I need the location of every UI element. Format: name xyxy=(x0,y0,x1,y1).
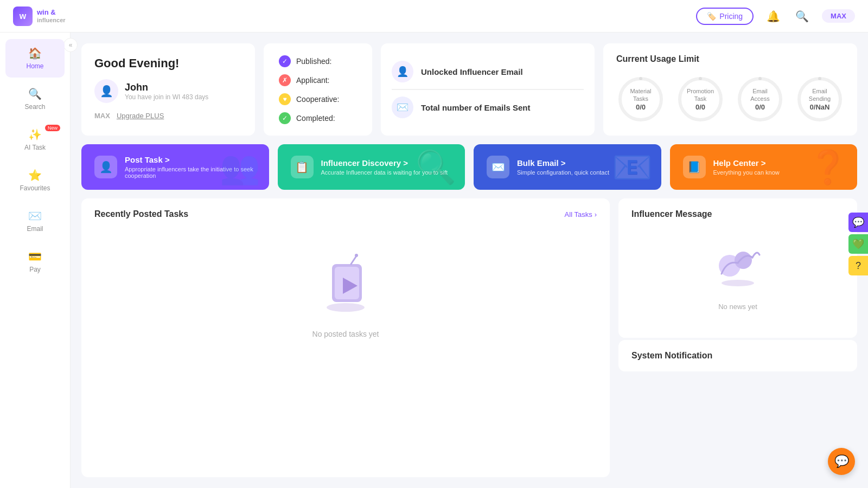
email-stats-card: 👤 Unlocked Influencer Email ✉️ Total num… xyxy=(381,43,595,136)
main-content: Good Evening! 👤 John You have join in WI… xyxy=(71,33,868,488)
logo[interactable]: w win & influencer xyxy=(13,7,66,26)
email-sending-circle: EmailSending 0/NaN xyxy=(795,75,844,124)
sidebar-item-pay[interactable]: 💳 Pay xyxy=(5,242,65,281)
search-nav-button[interactable]: 🔍 xyxy=(793,8,811,25)
mail-icon: ✉️ xyxy=(392,97,413,118)
no-news-area: No news yet xyxy=(631,228,844,327)
bulk-email-sub: Simple configuration, quick contact xyxy=(517,169,609,176)
help-center-sub: Everything you can know xyxy=(713,169,780,176)
bottom-row: Recently Posted Tasks All Tasks › xyxy=(81,198,857,477)
welcome-card: Good Evening! 👤 John You have join in WI… xyxy=(81,43,255,136)
applicant-stat: ✗ Applicant: xyxy=(279,74,357,86)
sidebar-item-label-ai: AI Task xyxy=(24,144,46,151)
empty-tasks: No posted tasks yet xyxy=(94,228,597,363)
tasks-title: Recently Posted Tasks xyxy=(94,209,188,219)
nav-right: 🏷️ Pricing 🔔 🔍 MAX xyxy=(696,8,855,25)
completed-dot: ✓ xyxy=(279,112,291,124)
logo-line1: win & xyxy=(37,8,66,17)
new-badge: New xyxy=(45,125,60,131)
action-row: 👤 Post Task > Appropriate influencers ta… xyxy=(81,144,857,190)
published-dot: ✓ xyxy=(279,55,291,67)
promotion-task-circle: PromotionTask 0/0 xyxy=(676,75,725,124)
notification-button[interactable]: 🔔 xyxy=(764,8,782,25)
emails-sent-label: Total number of Emails Sent xyxy=(421,103,530,112)
cooperative-stat: ♥ Cooperative: xyxy=(279,93,357,105)
notif-title: System Notification xyxy=(631,351,844,361)
promotion-task-label: PromotionTask xyxy=(687,87,714,103)
applicant-dot: ✗ xyxy=(279,74,291,86)
system-notification-card: System Notification xyxy=(618,340,857,371)
usage-limit-card: Current Usage Limit MaterialTasks 0/0 xyxy=(603,43,857,136)
favourites-icon: ⭐ xyxy=(28,169,42,182)
empty-tasks-text: No posted tasks yet xyxy=(312,330,379,338)
chat-button[interactable]: 💬 xyxy=(828,448,855,475)
user-days: You have join in WI 483 days xyxy=(125,93,208,101)
usage-title: Current Usage Limit xyxy=(616,54,844,64)
post-task-card[interactable]: 👤 Post Task > Appropriate influencers ta… xyxy=(81,144,269,190)
svg-point-8 xyxy=(327,303,365,312)
unlocked-email-stat: 👤 Unlocked Influencer Email xyxy=(392,54,584,89)
sidebar-item-favourites[interactable]: ⭐ Favourites xyxy=(5,161,65,200)
cooperative-dot: ♥ xyxy=(279,93,291,105)
published-stat: ✓ Published: xyxy=(279,55,357,67)
sidebar-item-email[interactable]: ✉️ Email xyxy=(5,202,65,240)
person-icon: 👤 xyxy=(392,61,413,82)
material-tasks-circle: MaterialTasks 0/0 xyxy=(616,75,665,124)
pricing-label: Pricing xyxy=(719,12,743,21)
bulk-email-bg-icon: 📧 xyxy=(612,148,653,187)
help-center-bg-icon: ❓ xyxy=(808,148,848,187)
email-sending-value: 0/NaN xyxy=(809,103,831,111)
sidebar-item-ai-task[interactable]: ✨ AI Task New xyxy=(5,120,65,159)
help-center-icon: 📘 xyxy=(683,156,706,178)
wechat-float-button[interactable]: 💚 xyxy=(848,234,868,254)
pay-icon: 💳 xyxy=(28,250,42,263)
sidebar-item-label-search: Search xyxy=(24,103,45,111)
help-center-card[interactable]: 📘 Help Center > Everything you can know … xyxy=(670,144,858,190)
pricing-icon: 🏷️ xyxy=(707,12,716,21)
pricing-button[interactable]: 🏷️ Pricing xyxy=(696,8,754,25)
avatar: 👤 xyxy=(94,79,118,103)
discovery-bg-icon: 🔍 xyxy=(416,148,456,187)
email-access-value: 0/0 xyxy=(750,103,769,111)
sidebar-item-label-email: Email xyxy=(27,225,43,233)
sidebar: « 🏠 Home 🔍 Search ✨ AI Task New ⭐ Favour… xyxy=(0,33,71,488)
question-float-button[interactable]: ? xyxy=(848,256,868,275)
sidebar-item-search[interactable]: 🔍 Search xyxy=(5,80,65,118)
user-info: 👤 John You have join in WI 483 days xyxy=(94,79,242,103)
sidebar-item-label-favourites: Favourites xyxy=(20,184,50,192)
upgrade-button[interactable]: Upgrade PLUS xyxy=(117,112,164,120)
task-stats-card: ✓ Published: ✗ Applicant: ♥ Cooperative:… xyxy=(264,43,372,136)
all-tasks-link[interactable]: All Tasks › xyxy=(565,210,597,219)
all-tasks-arrow: › xyxy=(595,210,597,219)
welcome-row: Good Evening! 👤 John You have join in WI… xyxy=(81,43,857,136)
sidebar-item-home[interactable]: 🏠 Home xyxy=(5,39,65,78)
bulk-email-title: Bulk Email > xyxy=(517,158,609,168)
bulk-email-card[interactable]: ✉️ Bulk Email > Simple configuration, qu… xyxy=(474,144,661,190)
emails-sent-stat: ✉️ Total number of Emails Sent xyxy=(392,90,584,125)
material-tasks-label: MaterialTasks xyxy=(630,87,651,103)
no-news-text: No news yet xyxy=(718,303,757,311)
cooperative-label: Cooperative: xyxy=(296,95,339,104)
logo-line2: influencer xyxy=(37,17,66,24)
email-access-circle: EmailAccess 0/0 xyxy=(736,75,784,124)
svg-line-12 xyxy=(351,256,356,264)
promotion-task-value: 0/0 xyxy=(687,103,714,111)
svg-point-13 xyxy=(355,254,358,257)
applicant-label: Applicant: xyxy=(296,76,329,85)
completed-label: Completed: xyxy=(296,114,335,123)
search-icon: 🔍 xyxy=(28,87,42,100)
unlocked-email-label: Unlocked Influencer Email xyxy=(421,67,523,76)
help-center-title: Help Center > xyxy=(713,158,780,168)
completed-stat: ✓ Completed: xyxy=(279,112,357,124)
chat-float-button[interactable]: 💬 xyxy=(848,213,868,232)
user-name: John xyxy=(125,82,208,93)
no-news-icon xyxy=(713,244,762,296)
material-tasks-value: 0/0 xyxy=(630,103,651,111)
greeting-text: Good Evening! xyxy=(94,56,242,70)
influencer-discovery-card[interactable]: 📋 Influencer Discovery > Accurate Influe… xyxy=(278,144,465,190)
sidebar-item-label-home: Home xyxy=(26,62,43,70)
post-task-bg-icon: 👥 xyxy=(220,148,260,187)
user-badge[interactable]: MAX xyxy=(822,9,855,23)
home-icon: 🏠 xyxy=(28,47,42,60)
email-icon: ✉️ xyxy=(28,209,42,222)
